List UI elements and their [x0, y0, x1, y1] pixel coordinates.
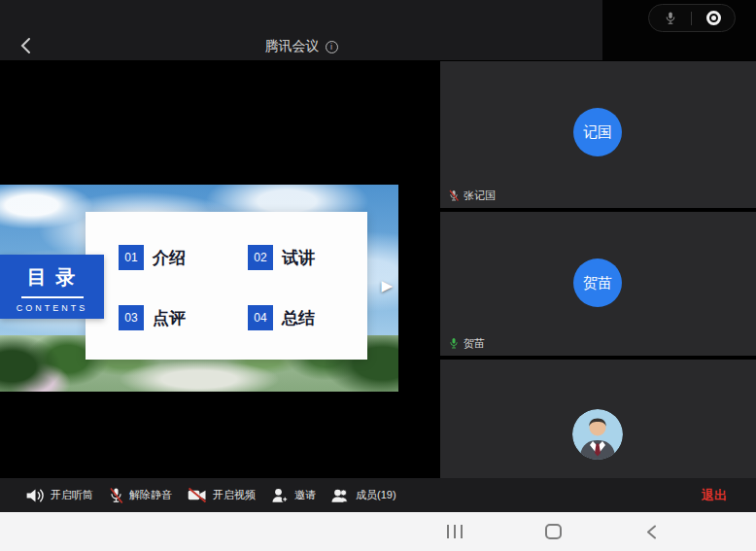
participant-name: 贺苗 [464, 336, 485, 351]
meeting-app-screen: 腾讯会议i 01 介绍 02 试讲 03 点评 04 总结 [0, 0, 756, 551]
meeting-toolbar: 开启听筒 解除静音 开启视频 [0, 478, 756, 512]
toc-divider [21, 296, 84, 298]
avatar-photo [572, 409, 623, 460]
camera-muted-icon [187, 487, 208, 503]
name-tag: 张记国 [448, 189, 496, 203]
mic-muted-icon [448, 189, 460, 202]
toc-number-badge: 03 [119, 305, 144, 330]
person-add-icon [270, 487, 290, 504]
speaker-icon [25, 487, 46, 504]
toolbar-label: 成员(19) [356, 488, 396, 502]
toc-subtitle: CONTENTS [0, 303, 104, 313]
mic-muted-icon [108, 487, 124, 504]
home-icon[interactable] [545, 524, 562, 539]
toc-item-label: 介绍 [153, 247, 186, 269]
exit-button[interactable]: 退出 [702, 478, 727, 512]
toc-number-badge: 04 [248, 305, 273, 330]
presentation-stage[interactable]: 01 介绍 02 试讲 03 点评 04 总结 目 录 CONTENTS ▶ [0, 60, 440, 478]
toc-item-label: 点评 [153, 307, 186, 329]
start-video-button[interactable]: 开启视频 [187, 487, 256, 503]
top-bar: 腾讯会议i [0, 0, 756, 60]
toolbar-label: 邀请 [294, 488, 316, 502]
invite-button[interactable]: 邀请 [270, 487, 316, 504]
participant-grid: 记国 张记国 贺苗 [440, 60, 756, 478]
unmute-button[interactable]: 解除静音 [108, 487, 172, 504]
pill-divider [691, 12, 692, 25]
toc-item-2: 02 试讲 [248, 245, 315, 270]
mic-on-icon [448, 337, 460, 350]
toc-item-1: 01 介绍 [119, 245, 186, 270]
next-slide-arrow[interactable]: ▶ [381, 277, 393, 294]
toc-card [86, 212, 367, 360]
participant-tile-1[interactable]: 记国 张记国 [440, 61, 756, 208]
info-icon[interactable]: i [326, 41, 338, 53]
participant-name: 张记国 [464, 189, 496, 203]
toc-item-label: 试讲 [282, 247, 315, 269]
presentation-slide[interactable]: 01 介绍 02 试讲 03 点评 04 总结 目 录 CONTENTS ▶ [0, 185, 398, 392]
record-indicator-icon [706, 11, 721, 25]
page-title: 腾讯会议 [265, 38, 320, 53]
back-nav-icon[interactable] [646, 525, 657, 539]
toc-number-badge: 02 [248, 245, 273, 270]
meeting-title-row: 腾讯会议i [0, 38, 602, 55]
avatar: 记国 [573, 108, 622, 156]
speaker-button[interactable]: 开启听筒 [25, 487, 93, 504]
participant-tile-3[interactable] [440, 360, 756, 478]
toc-banner: 目 录 CONTENTS [0, 255, 104, 319]
status-pill [648, 4, 736, 32]
toc-item-3: 03 点评 [119, 305, 186, 330]
avatar: 贺苗 [573, 258, 622, 307]
camera-cutout-area [602, 0, 756, 60]
mic-indicator-icon [664, 11, 677, 26]
toc-title: 目 录 [0, 264, 104, 291]
toolbar-label: 开启听筒 [51, 488, 93, 502]
toc-item-4: 04 总结 [248, 305, 315, 330]
toolbar-label: 开启视频 [213, 488, 256, 502]
recents-icon[interactable] [447, 525, 463, 538]
toc-number-badge: 01 [119, 245, 144, 270]
members-button[interactable]: 成员(19) [330, 487, 396, 504]
name-tag: 贺苗 [448, 336, 485, 351]
people-icon [330, 487, 351, 504]
toolbar-label: 解除静音 [129, 488, 172, 502]
toc-item-label: 总结 [282, 307, 315, 329]
participant-tile-2[interactable]: 贺苗 贺苗 [440, 212, 756, 356]
android-nav-bar [0, 512, 756, 551]
